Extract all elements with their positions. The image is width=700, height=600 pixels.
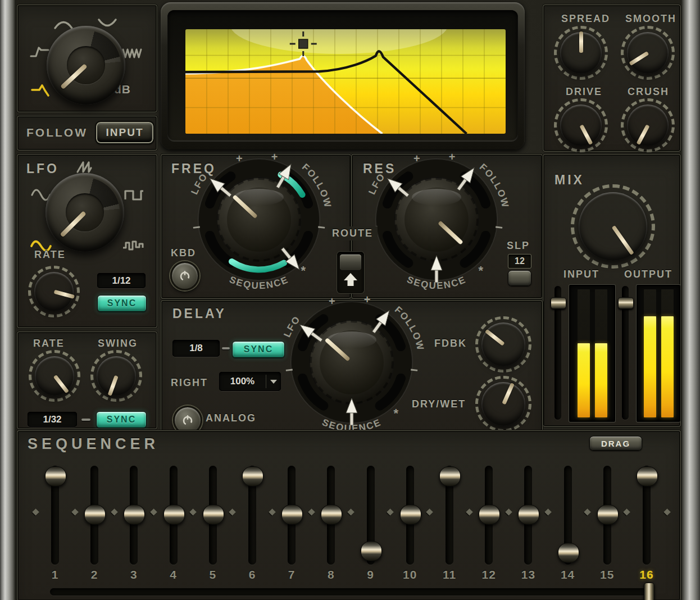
sequence-position-handle[interactable] (644, 583, 654, 600)
res-knob[interactable]: LFOFOLLOWSEQUENCE++* (352, 156, 521, 296)
freq-knob[interactable]: LFOFOLLOWSEQUENCE++* (175, 156, 343, 296)
delay-time-knob[interactable]: LFOFOLLOWSEQUENCE++* (267, 298, 436, 439)
input-fader[interactable] (554, 286, 561, 420)
seq-swing-knob[interactable] (90, 350, 142, 402)
route-button[interactable] (339, 254, 362, 271)
step-diamond-marker (505, 508, 512, 516)
drive-label: DRIVE (566, 86, 602, 98)
slp-button[interactable] (508, 270, 531, 286)
lfo-rate-knob[interactable] (28, 266, 80, 317)
step-slider-handle-11[interactable] (439, 466, 461, 487)
seq-sync-button[interactable]: SYNC (96, 411, 147, 428)
seq-rate-knob[interactable] (29, 350, 80, 402)
step-slider-handle-8[interactable] (321, 504, 342, 525)
step-slider-handle-13[interactable] (518, 504, 539, 525)
output-fader-handle[interactable] (618, 297, 634, 309)
filter-type-knob-pointer (60, 63, 87, 89)
spread-knob[interactable] (554, 26, 608, 80)
step-slider-handle-15[interactable] (597, 504, 619, 525)
crush-label: CRUSH (628, 86, 669, 98)
route-up-arrow-stem (348, 280, 354, 286)
step-slider-handle-10[interactable] (400, 504, 421, 525)
drywet-label: DRY/WET (412, 398, 466, 410)
smooth-label: SMOOTH (625, 13, 676, 25)
bandpass-icon[interactable] (53, 17, 74, 30)
delay-section: DELAY 1/8 SYNC RIGHT 100% ANALOG LFOFOLL… (161, 300, 543, 436)
step-slider-handle-3[interactable] (124, 504, 145, 525)
step-number: 16 (634, 568, 659, 581)
sequence-position-bar[interactable] (50, 588, 653, 596)
lfo-section: LFO RATE 1/12 SYNC (17, 154, 157, 328)
slp-value[interactable]: 12 (508, 254, 531, 269)
step-diamond-marker (229, 508, 237, 516)
step-icon[interactable] (122, 239, 146, 252)
kbd-label: KBD (171, 247, 196, 259)
spectrum-display-bezel (161, 2, 525, 149)
drywet-knob[interactable] (475, 376, 531, 432)
route-toggle[interactable] (337, 252, 364, 293)
step-number: 7 (279, 568, 304, 581)
step-slider-handle-5[interactable] (203, 504, 224, 525)
input-meter-bar-left (578, 289, 590, 417)
slp-label: SLP (507, 240, 530, 252)
crush-knob[interactable] (621, 98, 675, 152)
output-meter (637, 285, 680, 422)
step-slider-handle-14[interactable] (558, 543, 579, 563)
step-slider-handle-1[interactable] (45, 466, 66, 487)
step-diamond-marker (584, 508, 591, 516)
svg-text:+: + (413, 152, 420, 165)
step-slider-handle-2[interactable] (84, 504, 106, 525)
step-diamond-marker (466, 508, 473, 516)
step-number: 12 (476, 568, 501, 581)
step-number: 14 (556, 568, 580, 581)
step-number: 13 (516, 568, 540, 581)
output-fader[interactable] (622, 286, 629, 420)
svg-text:*: * (393, 406, 398, 420)
step-number: 5 (201, 568, 225, 581)
step-slider-handle-9[interactable] (361, 541, 382, 561)
svg-text:+: + (449, 151, 456, 163)
svg-text:+: + (329, 295, 335, 307)
input-fader-handle[interactable] (551, 297, 566, 309)
filter-response-display[interactable] (185, 29, 506, 134)
lfo-rate-display[interactable]: 1/12 (97, 273, 146, 288)
step-sliders: 12345678910111213141516 (17, 431, 680, 600)
delay-time-display[interactable]: 1/8 (172, 340, 220, 357)
output-meter-bar-right (661, 289, 674, 417)
step-slider-handle-7[interactable] (281, 504, 303, 525)
comb-icon[interactable] (122, 47, 143, 59)
step-diamond-marker (308, 508, 315, 516)
kbd-power-button[interactable] (170, 261, 199, 290)
square-icon[interactable] (124, 188, 144, 202)
mix-knob[interactable] (571, 184, 655, 269)
smooth-knob[interactable] (621, 26, 675, 80)
dash-divider (81, 419, 90, 421)
input-meter-bar-right (595, 289, 607, 417)
spread-knob-pointer (579, 31, 583, 53)
step-number: 1 (43, 568, 67, 581)
lfo-wave-knob[interactable] (46, 173, 124, 252)
fdbk-knob[interactable] (475, 316, 531, 372)
step-number: 2 (82, 568, 107, 581)
step-number: 11 (437, 568, 462, 581)
route-label: ROUTE (328, 226, 378, 240)
saw-icon[interactable] (76, 160, 96, 174)
step-slider-handle-16[interactable] (637, 466, 658, 487)
lowpass-icon[interactable] (31, 83, 53, 97)
highshelf-icon[interactable] (30, 46, 50, 58)
filter-type-knob[interactable] (47, 26, 125, 104)
drive-knob[interactable] (554, 98, 608, 152)
power-icon (179, 270, 191, 282)
lfo-sync-button[interactable]: SYNC (97, 295, 147, 312)
mix-section: MIX INPUT OUTPUT (543, 154, 681, 427)
step-diamond-marker (663, 508, 671, 516)
step-slider-handle-4[interactable] (163, 504, 185, 525)
step-slider-handle-12[interactable] (479, 504, 500, 525)
delay-right-label: RIGHT (171, 377, 208, 389)
seq-rate-display[interactable]: 1/32 (28, 412, 77, 427)
step-slider-handle-6[interactable] (242, 466, 263, 487)
follow-input-button[interactable]: INPUT (96, 122, 153, 143)
spread-label: SPREAD (561, 13, 610, 25)
delay-right-value: 100% (219, 376, 266, 387)
notch-icon[interactable] (97, 17, 117, 30)
